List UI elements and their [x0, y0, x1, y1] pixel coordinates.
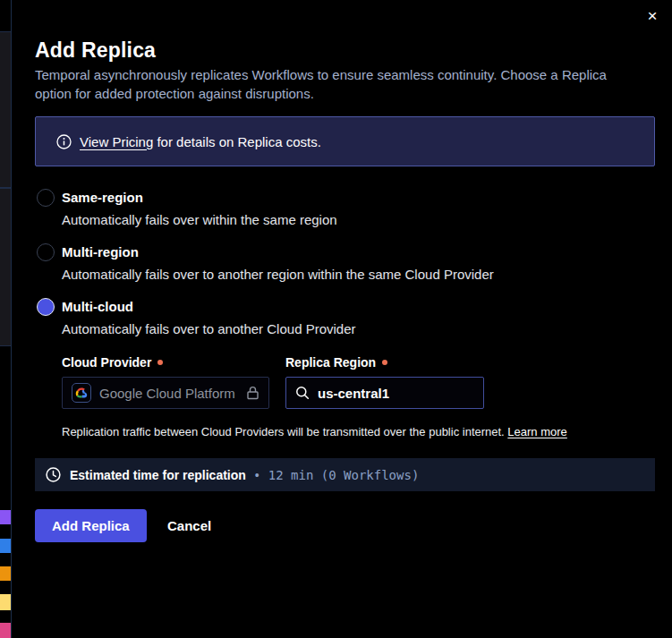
radio-multi-cloud-label[interactable]: Multi-cloud: [62, 299, 133, 314]
radio-same-region[interactable]: [37, 189, 55, 207]
page-title: Add Replica: [35, 38, 156, 63]
info-icon: [56, 134, 72, 149]
cloud-provider-label: Cloud Provider: [62, 355, 163, 370]
estimate-banner: Estimated time for replication • 12 min …: [35, 458, 655, 491]
add-replica-button[interactable]: Add Replica: [35, 509, 147, 542]
radio-multi-cloud[interactable]: [37, 298, 55, 316]
cloud-provider-label-text: Cloud Provider: [62, 355, 151, 370]
radio-same-region-label[interactable]: Same-region: [62, 190, 143, 205]
pricing-banner-rest: for details on Replica costs.: [153, 134, 321, 149]
close-icon[interactable]: ×: [641, 5, 664, 29]
modal-description: Temporal asynchronously replicates Workf…: [35, 65, 636, 103]
background-chip-orange: [0, 566, 11, 581]
replica-region-label-text: Replica Region: [285, 355, 376, 370]
replica-region-label: Replica Region: [285, 355, 387, 370]
public-internet-note: Replication traffic between Cloud Provid…: [62, 425, 567, 438]
view-pricing-link[interactable]: View Pricing: [80, 134, 153, 149]
pricing-banner-text: View Pricing for details on Replica cost…: [80, 134, 321, 149]
cloud-provider-value: Google Cloud Platform: [99, 386, 238, 401]
search-icon: [295, 386, 310, 400]
radio-multi-region-description: Automatically fails over to another regi…: [62, 267, 494, 282]
estimate-label: Estimated time for replication: [70, 468, 246, 482]
estimate-value: 12 min (0 Workflows): [268, 468, 420, 482]
note-text: Replication traffic between Cloud Provid…: [62, 425, 507, 438]
add-replica-modal: × Add Replica Temporal asynchronously re…: [11, 0, 672, 638]
replica-region-value: us-central1: [318, 386, 389, 401]
background-page-sliver: [0, 0, 11, 638]
clock-icon: [46, 467, 61, 482]
background-chip-purple: [0, 510, 11, 524]
lock-icon: [246, 386, 259, 400]
pricing-info-banner: View Pricing for details on Replica cost…: [35, 116, 655, 166]
radio-multi-region-label[interactable]: Multi-region: [62, 244, 139, 259]
radio-multi-region[interactable]: [37, 243, 55, 261]
replica-region-input[interactable]: us-central1: [285, 377, 484, 409]
cloud-provider-select[interactable]: Google Cloud Platform: [62, 377, 269, 409]
cancel-button[interactable]: Cancel: [157, 509, 222, 542]
estimate-separator: •: [255, 468, 259, 482]
background-chip-blue: [0, 539, 11, 553]
radio-same-region-description: Automatically fails over within the same…: [62, 212, 337, 227]
required-indicator: [157, 360, 163, 365]
google-cloud-logo-icon: [72, 383, 91, 403]
radio-multi-cloud-description: Automatically fails over to another Clou…: [62, 321, 356, 336]
required-indicator: [382, 360, 387, 365]
background-panel: [0, 188, 11, 346]
learn-more-link[interactable]: Learn more: [507, 425, 566, 438]
background-chip-yellow: [0, 594, 11, 610]
background-chip-pink: [0, 623, 11, 638]
background-panel: [0, 31, 11, 188]
